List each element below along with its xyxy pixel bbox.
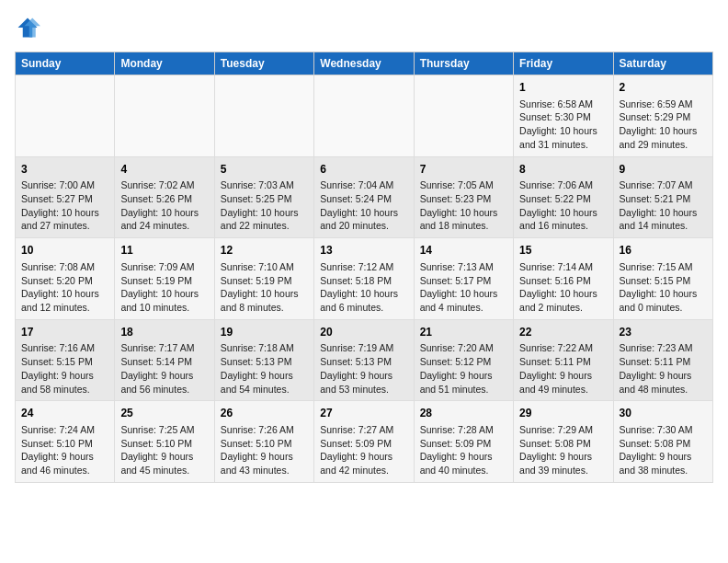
- weekday-header-sunday: Sunday: [16, 52, 115, 75]
- calendar-cell: 21Sunrise: 7:20 AMSunset: 5:12 PMDayligh…: [414, 319, 513, 401]
- calendar-cell: 30Sunrise: 7:30 AMSunset: 5:08 PMDayligh…: [613, 401, 712, 483]
- calendar-cell: [115, 75, 214, 157]
- day-info: Sunrise: 7:24 AMSunset: 5:10 PMDaylight:…: [21, 423, 108, 477]
- day-number: 10: [21, 243, 108, 259]
- day-info: Sunrise: 7:08 AMSunset: 5:20 PMDaylight:…: [21, 260, 108, 315]
- page-header: [15, 15, 713, 40]
- day-number: 28: [420, 406, 507, 421]
- day-info: Sunrise: 7:12 AMSunset: 5:18 PMDaylight:…: [320, 260, 407, 315]
- day-info: Sunrise: 7:26 AMSunset: 5:10 PMDaylight:…: [221, 423, 308, 477]
- calendar-cell: 27Sunrise: 7:27 AMSunset: 5:09 PMDayligh…: [314, 401, 414, 483]
- day-number: 21: [420, 325, 507, 340]
- day-info: Sunrise: 7:16 AMSunset: 5:15 PMDaylight:…: [21, 341, 108, 396]
- calendar-cell: 26Sunrise: 7:26 AMSunset: 5:10 PMDayligh…: [214, 401, 313, 483]
- calendar-cell: 8Sunrise: 7:06 AMSunset: 5:22 PMDaylight…: [514, 156, 613, 238]
- day-info: Sunrise: 7:10 AMSunset: 5:19 PMDaylight:…: [221, 260, 308, 315]
- day-info: Sunrise: 7:25 AMSunset: 5:10 PMDaylight:…: [120, 423, 208, 477]
- day-info: Sunrise: 7:15 AMSunset: 5:15 PMDaylight:…: [620, 260, 707, 315]
- day-info: Sunrise: 7:03 AMSunset: 5:25 PMDaylight:…: [221, 178, 308, 233]
- calendar-cell: [16, 75, 115, 157]
- day-info: Sunrise: 7:07 AMSunset: 5:21 PMDaylight:…: [620, 178, 707, 233]
- calendar-week-row: 1Sunrise: 6:58 AMSunset: 5:30 PMDaylight…: [16, 75, 713, 157]
- day-number: 30: [620, 406, 707, 421]
- day-number: 14: [420, 243, 507, 259]
- calendar-cell: 5Sunrise: 7:03 AMSunset: 5:25 PMDaylight…: [214, 156, 313, 238]
- calendar-cell: 28Sunrise: 7:28 AMSunset: 5:09 PMDayligh…: [414, 401, 513, 483]
- calendar-cell: 13Sunrise: 7:12 AMSunset: 5:18 PMDayligh…: [314, 238, 414, 320]
- day-info: Sunrise: 7:00 AMSunset: 5:27 PMDaylight:…: [21, 178, 108, 233]
- day-info: Sunrise: 7:23 AMSunset: 5:11 PMDaylight:…: [620, 341, 707, 396]
- day-info: Sunrise: 7:17 AMSunset: 5:14 PMDaylight:…: [120, 341, 208, 396]
- calendar-cell: 22Sunrise: 7:22 AMSunset: 5:11 PMDayligh…: [514, 319, 613, 401]
- day-number: 18: [120, 325, 208, 340]
- weekday-header-thursday: Thursday: [414, 52, 513, 75]
- weekday-header-friday: Friday: [514, 52, 613, 75]
- day-number: 24: [21, 406, 108, 421]
- calendar-cell: 20Sunrise: 7:19 AMSunset: 5:13 PMDayligh…: [314, 319, 414, 401]
- day-info: Sunrise: 7:14 AMSunset: 5:16 PMDaylight:…: [519, 260, 607, 315]
- calendar-week-row: 24Sunrise: 7:24 AMSunset: 5:10 PMDayligh…: [16, 401, 713, 483]
- day-number: 20: [320, 325, 407, 340]
- day-number: 15: [519, 243, 607, 259]
- calendar-cell: 25Sunrise: 7:25 AMSunset: 5:10 PMDayligh…: [115, 401, 214, 483]
- day-info: Sunrise: 7:20 AMSunset: 5:12 PMDaylight:…: [420, 341, 507, 396]
- calendar-cell: 16Sunrise: 7:15 AMSunset: 5:15 PMDayligh…: [613, 238, 712, 320]
- day-info: Sunrise: 7:30 AMSunset: 5:08 PMDaylight:…: [620, 423, 707, 477]
- day-info: Sunrise: 7:29 AMSunset: 5:08 PMDaylight:…: [519, 423, 607, 477]
- calendar-cell: 9Sunrise: 7:07 AMSunset: 5:21 PMDaylight…: [613, 156, 712, 238]
- day-number: 3: [21, 162, 108, 178]
- weekday-header-monday: Monday: [115, 52, 214, 75]
- day-number: 6: [320, 162, 407, 178]
- day-info: Sunrise: 7:27 AMSunset: 5:09 PMDaylight:…: [320, 423, 407, 477]
- calendar-cell: [214, 75, 313, 157]
- calendar-cell: [314, 75, 414, 157]
- logo: [15, 15, 44, 40]
- calendar-cell: 17Sunrise: 7:16 AMSunset: 5:15 PMDayligh…: [16, 319, 115, 401]
- calendar-cell: 19Sunrise: 7:18 AMSunset: 5:13 PMDayligh…: [214, 319, 313, 401]
- day-number: 5: [221, 162, 308, 178]
- calendar-week-row: 17Sunrise: 7:16 AMSunset: 5:15 PMDayligh…: [16, 319, 713, 401]
- calendar-cell: 14Sunrise: 7:13 AMSunset: 5:17 PMDayligh…: [414, 238, 513, 320]
- calendar-cell: 15Sunrise: 7:14 AMSunset: 5:16 PMDayligh…: [514, 238, 613, 320]
- day-info: Sunrise: 7:19 AMSunset: 5:13 PMDaylight:…: [320, 341, 407, 396]
- calendar-cell: 18Sunrise: 7:17 AMSunset: 5:14 PMDayligh…: [115, 319, 214, 401]
- calendar-cell: 4Sunrise: 7:02 AMSunset: 5:26 PMDaylight…: [115, 156, 214, 238]
- day-number: 7: [420, 162, 507, 178]
- logo-icon: [15, 15, 40, 40]
- weekday-header-row: SundayMondayTuesdayWednesdayThursdayFrid…: [16, 52, 713, 75]
- calendar-cell: 23Sunrise: 7:23 AMSunset: 5:11 PMDayligh…: [613, 319, 712, 401]
- day-number: 1: [519, 80, 607, 96]
- day-info: Sunrise: 7:09 AMSunset: 5:19 PMDaylight:…: [120, 260, 208, 315]
- day-number: 29: [519, 406, 607, 421]
- calendar-cell: 2Sunrise: 6:59 AMSunset: 5:29 PMDaylight…: [613, 75, 712, 157]
- calendar-week-row: 10Sunrise: 7:08 AMSunset: 5:20 PMDayligh…: [16, 238, 713, 320]
- day-info: Sunrise: 7:22 AMSunset: 5:11 PMDaylight:…: [519, 341, 607, 396]
- calendar-cell: 7Sunrise: 7:05 AMSunset: 5:23 PMDaylight…: [414, 156, 513, 238]
- calendar-cell: 3Sunrise: 7:00 AMSunset: 5:27 PMDaylight…: [16, 156, 115, 238]
- calendar-cell: 10Sunrise: 7:08 AMSunset: 5:20 PMDayligh…: [16, 238, 115, 320]
- day-info: Sunrise: 7:13 AMSunset: 5:17 PMDaylight:…: [420, 260, 507, 315]
- day-number: 2: [620, 80, 707, 96]
- day-info: Sunrise: 7:04 AMSunset: 5:24 PMDaylight:…: [320, 178, 407, 233]
- weekday-header-tuesday: Tuesday: [214, 52, 313, 75]
- day-info: Sunrise: 6:59 AMSunset: 5:29 PMDaylight:…: [620, 98, 707, 152]
- day-number: 27: [320, 406, 407, 421]
- day-number: 26: [221, 406, 308, 421]
- day-info: Sunrise: 7:02 AMSunset: 5:26 PMDaylight:…: [120, 178, 208, 233]
- day-number: 25: [120, 406, 208, 421]
- weekday-header-saturday: Saturday: [613, 52, 712, 75]
- day-number: 4: [120, 162, 208, 178]
- calendar-cell: 12Sunrise: 7:10 AMSunset: 5:19 PMDayligh…: [214, 238, 313, 320]
- day-info: Sunrise: 7:06 AMSunset: 5:22 PMDaylight:…: [519, 178, 607, 233]
- weekday-header-wednesday: Wednesday: [314, 52, 414, 75]
- day-number: 13: [320, 243, 407, 259]
- calendar-cell: 24Sunrise: 7:24 AMSunset: 5:10 PMDayligh…: [16, 401, 115, 483]
- calendar-cell: 29Sunrise: 7:29 AMSunset: 5:08 PMDayligh…: [514, 401, 613, 483]
- day-number: 17: [21, 325, 108, 340]
- day-number: 23: [620, 325, 707, 340]
- day-number: 11: [120, 243, 208, 259]
- day-number: 12: [221, 243, 308, 259]
- calendar-cell: [414, 75, 513, 157]
- calendar-cell: 6Sunrise: 7:04 AMSunset: 5:24 PMDaylight…: [314, 156, 414, 238]
- calendar-table: SundayMondayTuesdayWednesdayThursdayFrid…: [15, 52, 713, 483]
